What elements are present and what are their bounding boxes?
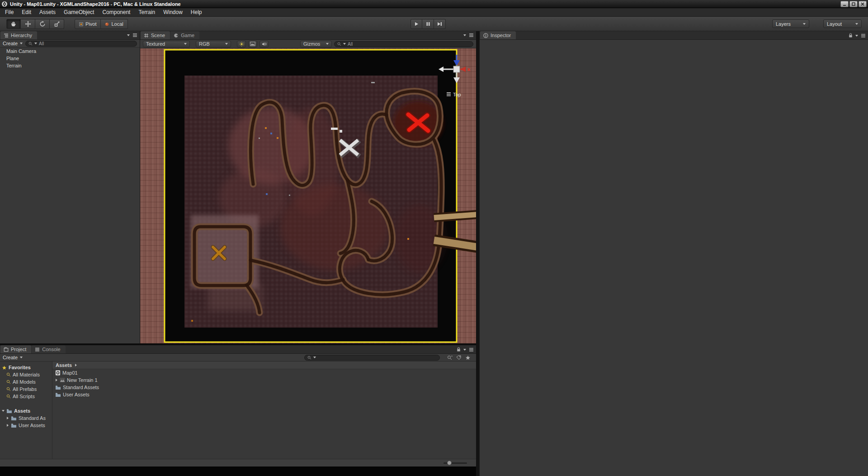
search-icon	[307, 356, 311, 360]
tree-item-standard-assets[interactable]: Standard As	[0, 414, 52, 422]
project-create-button[interactable]: Create	[3, 355, 23, 360]
chevron-down-icon	[225, 43, 228, 45]
favorites-label: Favorites	[9, 365, 31, 370]
scene-audio-toggle[interactable]	[259, 41, 269, 48]
thumbnail-zoom-slider[interactable]	[443, 462, 467, 464]
menu-component[interactable]: Component	[98, 8, 134, 17]
hierarchy-item-terrain[interactable]: Terrain	[0, 62, 140, 69]
scale-tool-button[interactable]	[50, 19, 64, 29]
menu-assets[interactable]: Assets	[35, 8, 60, 17]
color-channel-dropdown[interactable]: RGB	[196, 41, 231, 48]
hierarchy-item-main-camera[interactable]: Main Camera	[0, 48, 140, 55]
scene-orientation-gizmo[interactable]: x Top	[437, 50, 475, 101]
layout-dropdown[interactable]: Layout	[823, 19, 862, 28]
shading-mode-dropdown[interactable]: Textured	[143, 41, 190, 48]
rotate-tool-button[interactable]	[35, 19, 50, 29]
tab-inspector[interactable]: Inspector	[480, 31, 516, 39]
menu-terrain[interactable]: Terrain	[134, 8, 159, 17]
asset-row-user-assets[interactable]: User Assets	[52, 391, 476, 398]
tab-project[interactable]: Project	[0, 345, 31, 353]
label-filter-icon[interactable]	[456, 355, 462, 360]
inspector-tab-label: Inspector	[491, 33, 511, 38]
play-button[interactable]	[410, 19, 422, 29]
folder-icon	[11, 423, 17, 428]
favorite-all-models[interactable]: All Models	[0, 378, 52, 386]
unity-logo-icon	[1, 1, 8, 7]
gizmos-dropdown[interactable]: Gizmos	[300, 41, 332, 48]
favorite-all-scripts[interactable]: All Scripts	[0, 393, 52, 400]
chevron-down-icon[interactable]	[855, 35, 858, 37]
tab-game[interactable]: Game	[170, 31, 199, 39]
menu-bar: File Edit Assets GameObject Component Te…	[0, 8, 868, 17]
search-icon	[6, 387, 11, 391]
scene-tabstrip: Scene Game	[140, 31, 476, 40]
project-search-input[interactable]	[304, 355, 440, 361]
menu-gameobject[interactable]: GameObject	[60, 8, 98, 17]
tab-scene[interactable]: Scene	[141, 31, 170, 39]
menu-file[interactable]: File	[1, 8, 18, 17]
local-toggle-button[interactable]: Local	[101, 19, 127, 29]
breadcrumb[interactable]: Assets	[52, 362, 476, 369]
step-icon	[437, 22, 442, 26]
layers-dropdown[interactable]: Layers	[772, 19, 809, 28]
pivot-toggle-button[interactable]: Pivot	[75, 19, 101, 29]
asset-row-map01[interactable]: Map01	[52, 369, 476, 376]
playmode-controls	[410, 19, 446, 29]
hierarchy-search-input[interactable]: All	[25, 41, 137, 47]
hierarchy-item-plane[interactable]: Plane	[0, 55, 140, 62]
asset-row-standard-assets[interactable]: Standard Assets	[52, 384, 476, 391]
menu-help[interactable]: Help	[187, 8, 206, 17]
gizmo-orientation-label: Top	[453, 92, 461, 97]
hierarchy-create-button[interactable]: Create	[3, 41, 23, 46]
hierarchy-tabstrip: Hierarchy	[0, 31, 140, 40]
project-tabstrip: Project Console	[0, 345, 476, 354]
lock-icon[interactable]	[457, 347, 461, 352]
panel-divider[interactable]	[476, 31, 479, 476]
panel-menu-icon[interactable]	[861, 33, 866, 38]
menu-window[interactable]: Window	[159, 8, 187, 17]
tab-console[interactable]: Console	[32, 345, 65, 353]
assets-root-folder[interactable]: Assets	[0, 407, 52, 414]
menu-edit[interactable]: Edit	[18, 8, 35, 17]
favorite-all-materials[interactable]: All Materials	[0, 371, 52, 378]
favorite-all-prefabs[interactable]: All Prefabs	[0, 386, 52, 393]
star-icon	[2, 365, 7, 370]
chevron-down-icon	[803, 23, 806, 25]
hierarchy-panel: Hierarchy Create All Mai	[0, 31, 140, 343]
layers-label: Layers	[776, 21, 791, 27]
shading-mode-label: Textured	[146, 41, 165, 47]
close-button[interactable]	[859, 1, 867, 7]
lock-icon[interactable]	[849, 33, 853, 38]
tab-hierarchy[interactable]: Hierarchy	[0, 31, 37, 39]
project-status-strip	[0, 459, 476, 466]
transform-tools	[6, 19, 64, 29]
asset-row-new-terrain-1[interactable]: New Terrain 1	[52, 376, 476, 384]
render-settings-toggle[interactable]	[248, 41, 257, 48]
favorites-header[interactable]: Favorites	[0, 364, 52, 371]
scene-viewport[interactable]: x Top	[140, 48, 476, 343]
maximize-button[interactable]	[849, 1, 858, 7]
layout-label: Layout	[827, 21, 842, 27]
move-tool-button[interactable]	[21, 19, 35, 29]
type-filter-icon[interactable]	[447, 355, 453, 360]
chevron-down-icon[interactable]	[127, 34, 130, 36]
favorite-star-icon[interactable]	[465, 355, 471, 360]
local-icon	[105, 22, 109, 26]
color-channel-label: RGB	[199, 41, 210, 47]
hand-tool-button[interactable]	[6, 19, 21, 29]
inspector-tab-icon	[483, 33, 488, 38]
pause-button[interactable]	[422, 19, 434, 29]
chevron-down-icon[interactable]	[463, 34, 466, 36]
chevron-down-icon[interactable]	[463, 349, 466, 351]
panel-menu-icon[interactable]	[469, 33, 474, 38]
step-button[interactable]	[434, 19, 446, 29]
tree-item-user-assets[interactable]: User Assets	[0, 422, 52, 429]
scene-lighting-toggle[interactable]	[237, 41, 246, 48]
panel-menu-icon[interactable]	[469, 347, 474, 352]
chevron-down-icon	[313, 357, 316, 358]
zoom-slider-knob[interactable]	[447, 461, 452, 465]
panel-menu-icon[interactable]	[132, 33, 137, 38]
minimize-button[interactable]	[840, 1, 849, 7]
scene-search-input[interactable]: All	[334, 41, 473, 47]
window-bottom-edge	[0, 466, 476, 476]
